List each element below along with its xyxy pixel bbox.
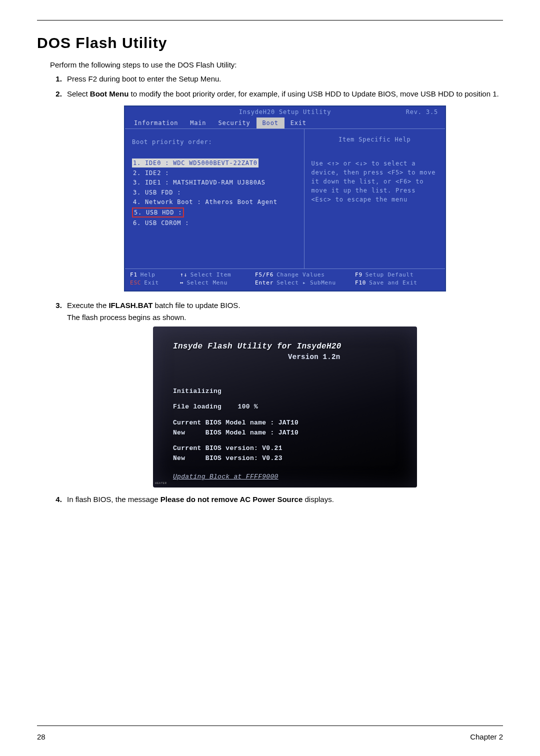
step-3-bold: IFLASH.BAT xyxy=(108,301,152,310)
boot-item-usb-hdd: 5. USB HDD : xyxy=(132,208,184,218)
chapter-label: Chapter 2 xyxy=(470,732,503,741)
fk-esc: ESC xyxy=(130,279,141,288)
bios-help-panel: Item Specific Help Use <↑> or <↓> to sel… xyxy=(304,128,445,268)
page-title: DOS Flash Utility xyxy=(37,34,503,52)
bios-tab-security: Security xyxy=(212,118,256,128)
step-4-text-a: In flash BIOS, the message xyxy=(67,495,160,504)
step-4: In flash BIOS, the message Please do not… xyxy=(64,494,503,504)
boot-priority-heading: Boot priority order: xyxy=(132,138,297,146)
fk-f5f6: F5/F6 xyxy=(255,271,274,280)
boot-item-2: 2. IDE2 : xyxy=(132,168,297,178)
bios-tab-information: Information xyxy=(128,118,184,128)
bios-title: InsydeH20 Setup Utility xyxy=(239,108,332,116)
intro-text: Perform the following steps to use the D… xyxy=(50,60,503,69)
fk-f1: F1 xyxy=(130,271,138,280)
step-1-text: Press F2 during boot to enter the Setup … xyxy=(67,74,222,83)
flash-corner-label: HEATER xyxy=(155,482,166,486)
step-2-text-b: to modify the boot priority order, for e… xyxy=(128,90,498,98)
top-rule xyxy=(37,20,503,20)
bios-tabs: Information Main Security Boot Exit xyxy=(125,118,445,128)
bios-tab-exit: Exit xyxy=(284,118,312,128)
flash-current-version: Current BIOS version: V0.21 xyxy=(173,444,403,453)
flash-utility-screenshot: Insyde Flash Utility for InsydeH20 Versi… xyxy=(153,326,417,487)
boot-item-4: 3. USB FDD : xyxy=(132,188,297,197)
boot-item-1: 1. IDE0 : WDC WD5000BEVT-22ZAT0 xyxy=(132,158,258,168)
bios-footer: F1Help ↑↓Select Item F5/F6Change Values … xyxy=(125,268,445,290)
boot-item-5: 4. Network Boot : Atheros Boot Agent xyxy=(132,198,297,206)
bottom-rule xyxy=(37,726,503,726)
bios-setup-screenshot: InsydeH20 Setup Utility Rev. 3.5 Informa… xyxy=(124,106,446,292)
bios-tab-boot: Boot xyxy=(256,118,284,128)
fk-updown: ↑↓ xyxy=(180,271,188,280)
page-number: 28 xyxy=(37,732,46,741)
step-2-text-a: Select xyxy=(67,90,90,98)
step-3-sub: The flash process begins as shown. xyxy=(67,312,503,322)
bios-left-panel: Boot priority order: 1. IDE0 : WDC WD500… xyxy=(125,128,304,268)
fv-select-menu: Select Menu xyxy=(186,279,228,288)
step-3: Execute the IFLASH.BAT batch file to upd… xyxy=(64,300,503,488)
step-2: Select Boot Menu to modify the boot prio… xyxy=(64,89,503,292)
step-4-bold: Please do not remove AC Power Source xyxy=(160,495,303,504)
bios-revision: Rev. 3.5 xyxy=(406,108,438,116)
fv-change: Change Values xyxy=(276,271,325,280)
bios-body: Boot priority order: 1. IDE0 : WDC WD500… xyxy=(125,128,445,268)
flash-status: Updating Block at FFFF9000 xyxy=(173,472,403,482)
fv-exit: Exit xyxy=(144,279,159,288)
bios-help-title: Item Specific Help xyxy=(312,135,438,144)
fk-f10: F10 xyxy=(355,279,366,288)
step-1: Press F2 during boot to enter the Setup … xyxy=(64,74,503,84)
flash-new-model: New BIOS Model name : JAT10 xyxy=(173,428,403,438)
flash-title: Insyde Flash Utility for InsydeH20 xyxy=(173,342,403,352)
fk-leftright: ↔ xyxy=(180,279,184,288)
boot-item-3: 3. IDE1 : MATSHITADVD-RAM UJ880AS xyxy=(132,178,297,187)
fv-select-item: Select Item xyxy=(190,271,232,280)
fv-submenu: Select ▸ SubMenu xyxy=(276,279,336,288)
fk-f9: F9 xyxy=(355,271,362,280)
flash-new-version: New BIOS version: V0.23 xyxy=(173,454,403,463)
step-2-bold: Boot Menu xyxy=(90,90,128,98)
step-4-text-b: displays. xyxy=(302,495,334,504)
fv-help: Help xyxy=(140,271,156,280)
fv-default: Setup Default xyxy=(366,271,414,280)
bios-tab-main: Main xyxy=(184,118,212,128)
flash-file-loading: File loading 100 % xyxy=(173,402,403,412)
step-3-text-b: batch file to update BIOS. xyxy=(152,301,240,310)
page-footer: 28 Chapter 2 xyxy=(37,732,503,741)
step-3-text-a: Execute the xyxy=(67,301,108,310)
fk-enter: Enter xyxy=(255,279,274,288)
bios-help-body: Use <↑> or <↓> to select a device, then … xyxy=(312,159,438,204)
bios-title-bar: InsydeH20 Setup Utility Rev. 3.5 xyxy=(125,106,445,118)
boot-item-7: 6. USB CDROM : xyxy=(132,218,297,228)
flash-version: Version 1.2n xyxy=(288,352,403,362)
flash-current-model: Current BIOS Model name : JAT10 xyxy=(173,418,403,428)
steps-list: Press F2 during boot to enter the Setup … xyxy=(50,74,503,504)
fv-save: Save and Exit xyxy=(369,279,418,288)
flash-initializing: Initializing xyxy=(173,387,403,396)
